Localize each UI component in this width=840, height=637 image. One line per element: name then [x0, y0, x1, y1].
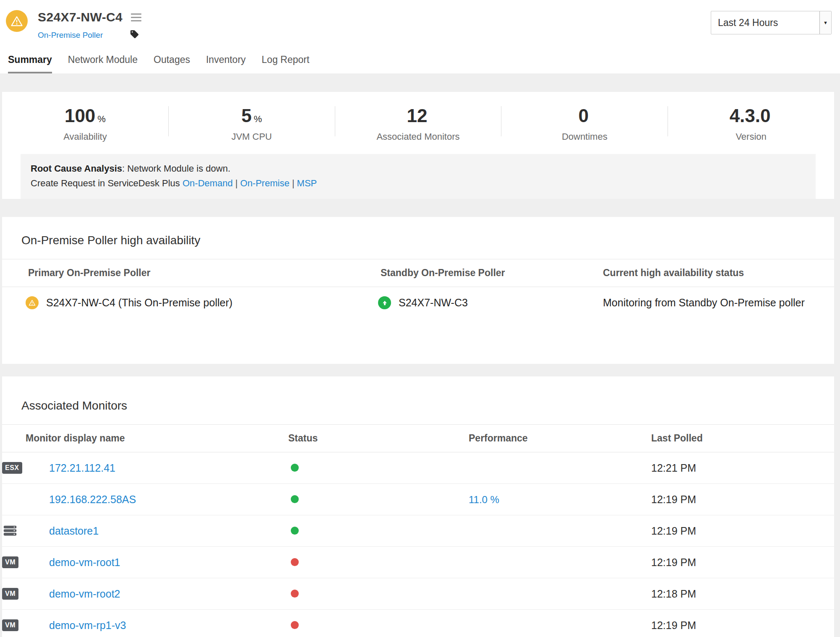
dropdown-arrow-icon[interactable]: ▼ — [819, 11, 831, 34]
tab-inventory[interactable]: Inventory — [206, 54, 246, 73]
stat-label: Downtimes — [501, 131, 668, 142]
monitors-table: Monitor display name Status Performance … — [2, 424, 834, 637]
tab-bar: Summary Network Module Outages Inventory… — [6, 54, 840, 73]
last-polled-time: 12:19 PM — [625, 547, 834, 578]
monitor-row: VM demo-vm-root1 12:19 PM — [2, 547, 834, 578]
root-cause-label: Root Cause Analysis — [31, 163, 122, 174]
warning-status-icon — [26, 296, 39, 309]
monitor-row: datastore1 12:19 PM — [2, 515, 834, 547]
ha-table: Primary On-Premise Poller Standby On-Pre… — [2, 259, 834, 320]
col-status: Status — [266, 425, 443, 452]
stat-downtimes: 0 Downtimes — [501, 105, 668, 142]
create-request-text: Create Request in ServiceDesk Plus — [31, 178, 180, 188]
col-last-polled: Last Polled — [625, 425, 834, 452]
status-dot — [291, 558, 299, 566]
col-primary-poller: Primary On-Premise Poller — [2, 259, 355, 287]
col-performance: Performance — [443, 425, 625, 452]
ha-current-status: Monitoring from Standby On-Premise polle… — [577, 287, 834, 321]
stat-label: Associated Monitors — [335, 131, 501, 142]
status-dot — [291, 621, 299, 629]
time-range-value: Last 24 Hours — [711, 11, 819, 34]
root-cause-analysis-box: Root Cause Analysis: Network Module is d… — [21, 154, 816, 199]
tab-summary[interactable]: Summary — [8, 54, 52, 73]
stat-label: JVM CPU — [169, 131, 335, 142]
time-range-select[interactable]: Last 24 Hours ▼ — [711, 11, 832, 34]
col-standby-poller: Standby On-Premise Poller — [355, 259, 577, 287]
col-ha-status: Current high availability status — [577, 259, 834, 287]
datastore-icon — [2, 525, 18, 537]
page-header: S24X7-NW-C4 On-Premise Poller Last 24 Ho… — [0, 0, 840, 73]
device-title: S24X7-NW-C4 — [38, 10, 123, 24]
performance-value[interactable]: 11.0 % — [469, 494, 499, 505]
high-availability-card: On-Premise Poller high availability Prim… — [2, 217, 834, 364]
menu-icon[interactable] — [131, 11, 141, 23]
last-polled-time: 12:19 PM — [625, 515, 834, 547]
last-polled-time: 12:18 PM — [625, 578, 834, 610]
link-on-premise[interactable]: On-Premise — [240, 178, 290, 188]
status-dot — [291, 590, 299, 598]
device-type-link[interactable]: On-Premise Poller — [38, 31, 103, 40]
monitor-link[interactable]: demo-vm-root1 — [49, 556, 120, 569]
esx-icon: ESX — [2, 462, 22, 474]
stat-label: Availability — [2, 131, 168, 142]
last-polled-time: 12:21 PM — [625, 452, 834, 484]
primary-poller-name: S24X7-NW-C4 (This On-Premise poller) — [46, 297, 232, 309]
col-monitor-name: Monitor display name — [2, 425, 266, 452]
standby-poller-name: S24X7-NW-C3 — [399, 297, 468, 309]
link-msp[interactable]: MSP — [297, 178, 317, 188]
vm-icon: VM — [2, 619, 18, 631]
stat-value: 12 — [407, 105, 428, 126]
stat-label: Version — [668, 131, 834, 142]
tag-icon[interactable] — [130, 29, 139, 41]
monitor-row: ESX 172.21.112.41 12:21 PM — [2, 452, 834, 484]
ha-section-title: On-Premise Poller high availability — [2, 234, 834, 247]
stat-value: 100 — [65, 105, 95, 126]
monitor-link[interactable]: 192.168.222.58AS — [49, 493, 136, 506]
warning-triangle-icon — [10, 16, 23, 27]
monitor-link[interactable]: demo-vm-rp1-v3 — [49, 619, 126, 632]
monitor-row: VM demo-vm-rp1-v3 12:19 PM — [2, 610, 834, 637]
last-polled-time: 12:19 PM — [625, 610, 834, 637]
stat-value: 5 — [241, 105, 251, 126]
stat-value: 4.3.0 — [730, 105, 771, 126]
stat-version: 4.3.0 Version — [668, 105, 834, 142]
tab-network-module[interactable]: Network Module — [68, 54, 138, 73]
root-cause-message: : Network Module is down. — [122, 163, 230, 174]
vm-icon: VM — [2, 556, 18, 568]
ha-row: S24X7-NW-C4 (This On-Premise poller) S24… — [2, 287, 834, 321]
warning-status-icon — [6, 10, 28, 32]
stat-availability: 100% Availability — [2, 105, 168, 142]
link-on-demand[interactable]: On-Demand — [183, 178, 233, 188]
monitor-link[interactable]: demo-vm-root2 — [49, 588, 120, 600]
status-dot — [291, 527, 299, 535]
stat-value: 0 — [579, 105, 589, 126]
summary-stats-card: 100% Availability 5% JVM CPU 12 Associat… — [2, 92, 834, 199]
last-polled-time: 12:19 PM — [625, 484, 834, 515]
status-dot — [291, 495, 299, 503]
monitor-row: VM demo-vm-root2 12:18 PM — [2, 578, 834, 610]
tab-outages[interactable]: Outages — [154, 54, 190, 73]
associated-monitors-card: Associated Monitors Monitor display name… — [2, 376, 834, 637]
stat-jvm-cpu: 5% JVM CPU — [169, 105, 335, 142]
monitors-section-title: Associated Monitors — [2, 399, 834, 412]
status-dot — [291, 464, 299, 472]
monitor-row: 192.168.222.58AS 11.0 % 12:19 PM — [2, 484, 834, 515]
monitor-link[interactable]: 172.21.112.41 — [49, 462, 115, 474]
tab-log-report[interactable]: Log Report — [262, 54, 310, 73]
monitor-link[interactable]: datastore1 — [49, 525, 99, 537]
up-arrow-icon — [378, 296, 391, 309]
vm-icon: VM — [2, 588, 18, 600]
stat-associated-monitors: 12 Associated Monitors — [335, 105, 501, 142]
